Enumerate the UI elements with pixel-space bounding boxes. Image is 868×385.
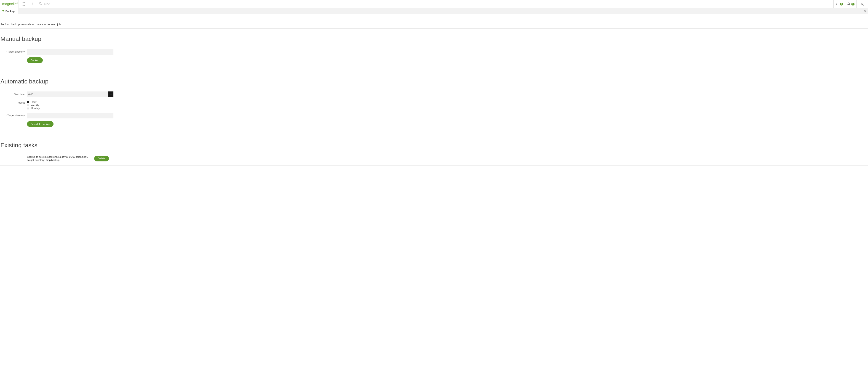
automatic-target-label: *Target directory (0, 113, 27, 117)
app-tab-backup[interactable]: Backup (0, 8, 18, 14)
app-tab-bar: Backup (0, 8, 868, 14)
tasks-badge: 0 (840, 3, 843, 5)
top-header: magnolia® ☆ (0, 0, 868, 8)
notifications-badge: 1 (851, 3, 855, 5)
radio-unselected-icon (27, 107, 29, 109)
automatic-target-input[interactable] (27, 113, 114, 119)
page-content: Perform backup manually or create schedu… (0, 14, 868, 165)
section-manual-backup: Manual backup *Target directory Backup (0, 35, 868, 63)
star-icon: ☆ (31, 2, 34, 6)
app-launcher-button[interactable] (19, 0, 28, 8)
task-row: Backup to be executed once a day at 06:0… (27, 155, 868, 162)
existing-tasks-heading: Existing tasks (0, 142, 868, 149)
brand-logo: magnolia® (2, 2, 18, 6)
starttime-row: Start time 0:00 (0, 91, 868, 97)
manual-target-input[interactable] (27, 49, 114, 55)
notifications-button[interactable]: 1 (845, 0, 857, 8)
user-menu-button[interactable] (857, 0, 868, 8)
task-line-2: Target directory: /tmp/backup (27, 158, 88, 162)
starttime-label: Start time (0, 91, 27, 96)
tasks-icon (836, 2, 839, 6)
svg-point-0 (39, 2, 41, 4)
delete-task-button[interactable]: Delete (94, 156, 109, 161)
starttime-dropdown-button[interactable] (108, 91, 114, 97)
close-icon (864, 10, 866, 13)
tasks-button[interactable]: 0 (834, 0, 845, 8)
repeat-label: Repeat (0, 100, 27, 104)
page-intro: Perform backup manually or create schedu… (0, 14, 868, 29)
header-right: 0 1 (834, 0, 868, 8)
repeat-row: Repeat Daily Weekly Monthly (0, 100, 868, 110)
app-tab-label: Backup (5, 10, 14, 12)
backup-button[interactable]: Backup (27, 57, 43, 63)
svg-line-1 (41, 4, 42, 5)
manual-target-label: *Target directory (0, 49, 27, 53)
search-input[interactable] (44, 2, 831, 6)
schedule-backup-button[interactable]: Schedule backup (27, 121, 54, 127)
repeat-option-label: Daily (31, 100, 36, 103)
brand-logo-text: magnolia (2, 2, 17, 6)
starttime-select[interactable]: 0:00 (27, 91, 114, 97)
divider (0, 68, 868, 68)
brand-logo-registered: ® (17, 2, 18, 4)
manual-target-row: *Target directory (0, 49, 868, 55)
repeat-option-monthly[interactable]: Monthly (27, 107, 114, 110)
radio-unselected-icon (27, 104, 29, 106)
section-existing-tasks: Existing tasks Backup to be executed onc… (0, 142, 868, 165)
search-icon (39, 2, 42, 6)
grid-icon (22, 2, 25, 6)
logo-cell: magnolia® (0, 0, 19, 8)
user-icon (861, 2, 864, 6)
automatic-backup-heading: Automatic backup (0, 78, 868, 85)
task-line-1: Backup to be executed once a day at 06:0… (27, 155, 88, 158)
repeat-option-label: Monthly (31, 107, 40, 110)
manual-backup-heading: Manual backup (0, 35, 868, 42)
task-description: Backup to be executed once a day at 06:0… (27, 155, 88, 162)
favorite-button[interactable]: ☆ (28, 0, 37, 8)
radio-selected-icon (27, 101, 29, 103)
close-tab-button[interactable] (862, 8, 868, 14)
repeat-option-daily[interactable]: Daily (27, 100, 114, 103)
repeat-radio-group: Daily Weekly Monthly (27, 100, 114, 110)
repeat-option-weekly[interactable]: Weekly (27, 103, 114, 107)
chevron-down-icon (110, 93, 112, 95)
section-automatic-backup: Automatic backup Start time 0:00 R (0, 78, 868, 127)
refresh-icon (2, 10, 4, 12)
repeat-option-label: Weekly (31, 103, 39, 107)
search-cell (37, 0, 834, 8)
bell-icon (847, 2, 850, 6)
svg-point-4 (862, 3, 863, 4)
automatic-target-row: *Target directory (0, 113, 868, 119)
starttime-value: 0:00 (27, 91, 108, 97)
